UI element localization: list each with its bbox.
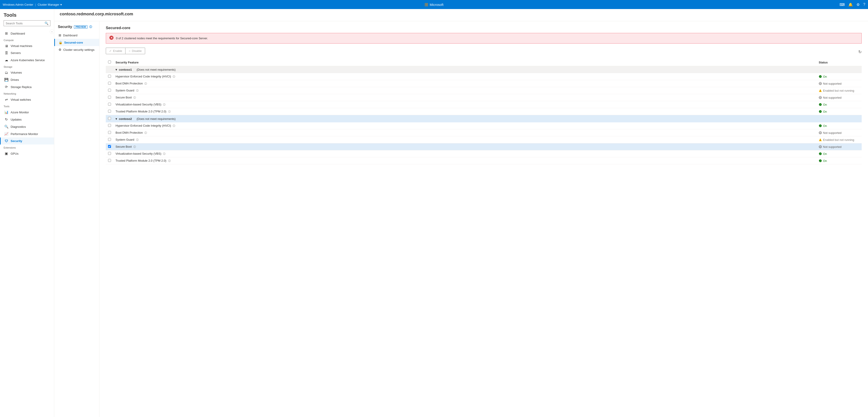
- search-icon: 🔍: [44, 22, 49, 25]
- info-icon[interactable]: ⓘ: [173, 75, 175, 78]
- row-status: ✓ On: [816, 123, 862, 129]
- ms-brand: Microsoft: [430, 3, 443, 6]
- row-checkbox[interactable]: [108, 138, 111, 141]
- table-row: Boot DMA Protection ⓘ — Not supported: [106, 129, 862, 136]
- volumes-icon: 🗂: [4, 71, 8, 74]
- sidebar-item-dashboard[interactable]: ⊞ Dashboard: [0, 30, 54, 37]
- info-icon[interactable]: ⓘ: [168, 160, 170, 162]
- table-row: Secure Boot ⓘ — Not supported: [106, 94, 862, 101]
- sidebar-item-virtual-machines[interactable]: 🖥 Virtual machines: [0, 42, 54, 49]
- sidebar-item-gpus[interactable]: ▣ GPUs: [0, 150, 54, 157]
- table-body: ▾ contoso1 (Does not meet requirements) …: [106, 66, 862, 164]
- info-icon[interactable]: ⓘ: [145, 131, 147, 134]
- app-name: Windows Admin Center: [3, 3, 33, 6]
- sidebar-section-tools: Tools: [0, 103, 54, 109]
- row-status: ✓ On: [816, 101, 862, 108]
- group-req-contoso1: (Does not meet requirements): [135, 68, 176, 71]
- info-icon[interactable]: ⓘ: [173, 125, 175, 127]
- group-chevron[interactable]: ▾: [116, 68, 117, 71]
- table-row: Virtualization-based Security (VBS) ⓘ ✓ …: [106, 150, 862, 158]
- svg-text:✕: ✕: [110, 36, 113, 39]
- table-row: Virtualization-based Security (VBS) ⓘ ✓ …: [106, 101, 862, 108]
- sub-nav-item-dashboard[interactable]: ⊞ Dashboard: [54, 32, 99, 39]
- row-checkbox[interactable]: [108, 145, 111, 148]
- row-cb: [106, 108, 113, 115]
- sidebar-item-label: Diagnostics: [11, 125, 26, 129]
- refresh-button[interactable]: ↻: [858, 49, 862, 55]
- row-checkbox[interactable]: [108, 89, 111, 92]
- sidebar-item-label: Storage Replica: [11, 85, 32, 89]
- cluster-manager-btn[interactable]: Cluster Manager ▾: [38, 3, 62, 6]
- group-checkbox-contoso2[interactable]: [108, 117, 111, 120]
- sidebar-item-diagnostics[interactable]: 🔍 Diagnostics: [0, 123, 54, 130]
- header-checkbox-col: [106, 59, 113, 66]
- preview-info-icon[interactable]: ⓘ: [89, 25, 92, 29]
- info-icon[interactable]: ⓘ: [145, 82, 147, 85]
- row-cb: [106, 80, 113, 87]
- sidebar-header: Tools 🔍: [0, 9, 54, 30]
- terminal-button[interactable]: ⌨: [839, 2, 845, 7]
- row-checkbox[interactable]: [108, 103, 111, 106]
- sidebar-item-performance-monitor[interactable]: 📈 Performance Monitor: [0, 130, 54, 138]
- sub-nav-title-text: Security: [58, 25, 72, 29]
- table-row: System Guard ⓘ ! Enabled but not running: [106, 136, 862, 143]
- row-checkbox[interactable]: [108, 152, 111, 155]
- row-checkbox[interactable]: [108, 110, 111, 113]
- group-info-col-contoso2: ▾ contoso2 (Does not meet requirements): [113, 115, 862, 123]
- sidebar-item-azure-kubernetes[interactable]: ☁ Azure Kubernetes Service: [0, 57, 54, 64]
- sidebar-item-security[interactable]: 🛡 Security: [0, 138, 54, 144]
- info-icon[interactable]: ⓘ: [136, 89, 138, 92]
- row-checkbox[interactable]: [108, 124, 111, 127]
- row-cb: [106, 87, 113, 94]
- row-checkbox[interactable]: [108, 159, 111, 162]
- security-icon: 🛡: [4, 139, 8, 143]
- row-status: ! Enabled but not running: [816, 87, 862, 94]
- sidebar-item-azure-monitor[interactable]: 📊 Azure Monitor: [0, 109, 54, 116]
- row-checkbox[interactable]: [108, 75, 111, 78]
- sidebar-title: Tools: [4, 12, 51, 18]
- sidebar-item-label: Drives: [11, 78, 19, 81]
- row-checkbox[interactable]: [108, 82, 111, 85]
- disable-button[interactable]: ○ Disable: [125, 48, 145, 54]
- sidebar-item-servers[interactable]: 🗄 Servers: [0, 49, 54, 57]
- table-row: Hypervisor Enforced Code Integrity (HVCI…: [106, 123, 862, 129]
- enable-button[interactable]: ✓ Enable: [106, 48, 125, 54]
- help-button[interactable]: ?: [863, 2, 865, 6]
- group-chevron-contoso2[interactable]: ▾: [116, 117, 117, 120]
- svg-text:!: !: [820, 139, 821, 141]
- toolbar: ✓ Enable ○ Disable: [106, 48, 145, 56]
- section-title: Secured-core: [106, 26, 862, 30]
- info-icon[interactable]: ⓘ: [133, 145, 136, 148]
- sub-nav-item-secured-core[interactable]: 🔒 Secured-core: [54, 39, 99, 46]
- sub-nav-item-cluster-security[interactable]: ⚙ Cluster security settings: [54, 46, 99, 53]
- row-checkbox[interactable]: [108, 131, 111, 134]
- info-icon[interactable]: ⓘ: [168, 110, 170, 113]
- select-all-checkbox[interactable]: [108, 61, 111, 63]
- row-checkbox[interactable]: [108, 96, 111, 99]
- info-icon[interactable]: ⓘ: [163, 103, 165, 106]
- topbar-left: Windows Admin Center | Cluster Manager ▾: [3, 3, 62, 6]
- row-cb: [106, 123, 113, 129]
- sidebar-item-label: Azure Monitor: [11, 111, 29, 114]
- info-icon[interactable]: ⓘ: [163, 152, 165, 155]
- sidebar-item-updates[interactable]: ↻ Updates: [0, 116, 54, 123]
- topbar: Windows Admin Center | Cluster Manager ▾…: [0, 0, 868, 9]
- info-icon[interactable]: ⓘ: [136, 138, 138, 141]
- svg-text:—: —: [819, 82, 822, 85]
- settings-button[interactable]: ⚙: [857, 2, 860, 7]
- search-input[interactable]: [6, 22, 44, 25]
- row-feature: Virtualization-based Security (VBS) ⓘ: [113, 150, 816, 158]
- status-on: ✓ On: [819, 159, 860, 163]
- info-icon[interactable]: ⓘ: [133, 96, 136, 99]
- row-status: — Not supported: [816, 143, 862, 150]
- sidebar-item-storage-replica[interactable]: ⟳ Storage Replica: [0, 83, 54, 91]
- preview-badge: PREVIEW: [74, 25, 88, 29]
- kubernetes-icon: ☁: [4, 58, 8, 62]
- sidebar-item-drives[interactable]: 💾 Drives: [0, 76, 54, 83]
- sidebar-collapse-button[interactable]: ‹: [50, 29, 54, 34]
- status-not-supported: — Not supported: [819, 131, 860, 135]
- sidebar-item-virtual-switches[interactable]: ⇌ Virtual switches: [0, 96, 54, 103]
- group-info-col: ▾ contoso1 (Does not meet requirements): [113, 66, 862, 73]
- sidebar-item-volumes[interactable]: 🗂 Volumes: [0, 69, 54, 76]
- notifications-button[interactable]: 🔔: [848, 2, 853, 7]
